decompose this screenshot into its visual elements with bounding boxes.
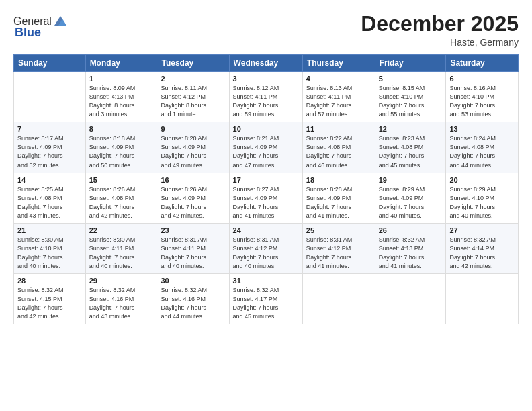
day-info: Sunrise: 8:12 AM Sunset: 4:11 PM Dayligh… bbox=[233, 84, 299, 119]
table-row bbox=[14, 72, 86, 122]
day-info: Sunrise: 8:23 AM Sunset: 4:08 PM Dayligh… bbox=[379, 134, 443, 169]
table-row: 20Sunrise: 8:29 AM Sunset: 4:10 PM Dayli… bbox=[446, 173, 519, 223]
table-row: 4Sunrise: 8:13 AM Sunset: 4:11 PM Daylig… bbox=[302, 72, 375, 122]
table-row: 5Sunrise: 8:15 AM Sunset: 4:10 PM Daylig… bbox=[375, 72, 446, 122]
day-info: Sunrise: 8:21 AM Sunset: 4:09 PM Dayligh… bbox=[233, 134, 299, 169]
day-number: 21 bbox=[17, 226, 82, 234]
day-info: Sunrise: 8:32 AM Sunset: 4:17 PM Dayligh… bbox=[233, 286, 299, 321]
day-info: Sunrise: 8:09 AM Sunset: 4:13 PM Dayligh… bbox=[89, 84, 154, 119]
day-number: 3 bbox=[233, 75, 299, 83]
table-row: 26Sunrise: 8:32 AM Sunset: 4:13 PM Dayli… bbox=[375, 223, 446, 273]
table-row: 11Sunrise: 8:22 AM Sunset: 4:08 PM Dayli… bbox=[302, 122, 375, 173]
day-number: 16 bbox=[161, 176, 225, 184]
day-info: Sunrise: 8:28 AM Sunset: 4:09 PM Dayligh… bbox=[306, 185, 371, 220]
day-number: 15 bbox=[89, 176, 154, 184]
day-number: 6 bbox=[449, 75, 515, 83]
day-number: 30 bbox=[161, 277, 225, 285]
day-number: 22 bbox=[89, 226, 154, 234]
col-monday: Monday bbox=[85, 55, 157, 72]
col-friday: Friday bbox=[375, 55, 446, 72]
day-info: Sunrise: 8:13 AM Sunset: 4:11 PM Dayligh… bbox=[306, 84, 371, 119]
table-row: 15Sunrise: 8:26 AM Sunset: 4:08 PM Dayli… bbox=[85, 173, 157, 223]
table-row: 23Sunrise: 8:31 AM Sunset: 4:11 PM Dayli… bbox=[157, 223, 229, 273]
day-number: 1 bbox=[89, 75, 154, 83]
table-row: 7Sunrise: 8:17 AM Sunset: 4:09 PM Daylig… bbox=[14, 122, 86, 173]
calendar-week-row: 7Sunrise: 8:17 AM Sunset: 4:09 PM Daylig… bbox=[14, 122, 519, 173]
day-number: 11 bbox=[306, 125, 371, 133]
logo-icon bbox=[53, 13, 68, 28]
day-number: 13 bbox=[449, 125, 515, 133]
day-info: Sunrise: 8:25 AM Sunset: 4:08 PM Dayligh… bbox=[17, 185, 82, 220]
table-row: 10Sunrise: 8:21 AM Sunset: 4:09 PM Dayli… bbox=[229, 122, 302, 173]
table-row: 18Sunrise: 8:28 AM Sunset: 4:09 PM Dayli… bbox=[302, 173, 375, 223]
day-number: 19 bbox=[379, 176, 443, 184]
table-row: 1Sunrise: 8:09 AM Sunset: 4:13 PM Daylig… bbox=[85, 72, 157, 122]
day-info: Sunrise: 8:22 AM Sunset: 4:08 PM Dayligh… bbox=[306, 134, 371, 169]
day-number: 4 bbox=[306, 75, 371, 83]
day-info: Sunrise: 8:31 AM Sunset: 4:11 PM Dayligh… bbox=[161, 236, 225, 271]
calendar-header-row: Sunday Monday Tuesday Wednesday Thursday… bbox=[14, 55, 519, 72]
location: Haste, Germany bbox=[361, 37, 519, 48]
table-row: 21Sunrise: 8:30 AM Sunset: 4:10 PM Dayli… bbox=[14, 223, 86, 273]
table-row: 2Sunrise: 8:11 AM Sunset: 4:12 PM Daylig… bbox=[157, 72, 229, 122]
day-number: 25 bbox=[306, 226, 371, 234]
table-row: 28Sunrise: 8:32 AM Sunset: 4:15 PM Dayli… bbox=[14, 273, 86, 324]
day-number: 31 bbox=[233, 277, 299, 285]
calendar-week-row: 28Sunrise: 8:32 AM Sunset: 4:15 PM Dayli… bbox=[14, 273, 519, 324]
table-row: 3Sunrise: 8:12 AM Sunset: 4:11 PM Daylig… bbox=[229, 72, 302, 122]
table-row: 22Sunrise: 8:30 AM Sunset: 4:11 PM Dayli… bbox=[85, 223, 157, 273]
header: General Blue December 2025 Haste, German… bbox=[13, 12, 519, 48]
day-info: Sunrise: 8:32 AM Sunset: 4:16 PM Dayligh… bbox=[89, 286, 154, 321]
day-number: 14 bbox=[17, 176, 82, 184]
day-info: Sunrise: 8:20 AM Sunset: 4:09 PM Dayligh… bbox=[161, 134, 225, 169]
table-row bbox=[302, 273, 375, 324]
day-number: 24 bbox=[233, 226, 299, 234]
day-info: Sunrise: 8:32 AM Sunset: 4:16 PM Dayligh… bbox=[161, 286, 225, 321]
title-block: December 2025 Haste, Germany bbox=[361, 12, 519, 48]
table-row: 12Sunrise: 8:23 AM Sunset: 4:08 PM Dayli… bbox=[375, 122, 446, 173]
day-number: 23 bbox=[161, 226, 225, 234]
day-info: Sunrise: 8:15 AM Sunset: 4:10 PM Dayligh… bbox=[379, 84, 443, 119]
day-info: Sunrise: 8:18 AM Sunset: 4:09 PM Dayligh… bbox=[89, 134, 154, 169]
table-row: 19Sunrise: 8:29 AM Sunset: 4:09 PM Dayli… bbox=[375, 173, 446, 223]
table-row: 30Sunrise: 8:32 AM Sunset: 4:16 PM Dayli… bbox=[157, 273, 229, 324]
calendar: Sunday Monday Tuesday Wednesday Thursday… bbox=[13, 54, 519, 324]
day-info: Sunrise: 8:26 AM Sunset: 4:08 PM Dayligh… bbox=[89, 185, 154, 220]
day-number: 20 bbox=[449, 176, 515, 184]
col-sunday: Sunday bbox=[14, 55, 86, 72]
day-number: 12 bbox=[379, 125, 443, 133]
table-row: 14Sunrise: 8:25 AM Sunset: 4:08 PM Dayli… bbox=[14, 173, 86, 223]
day-info: Sunrise: 8:30 AM Sunset: 4:10 PM Dayligh… bbox=[17, 236, 82, 271]
day-info: Sunrise: 8:17 AM Sunset: 4:09 PM Dayligh… bbox=[17, 134, 82, 169]
col-thursday: Thursday bbox=[302, 55, 375, 72]
table-row: 29Sunrise: 8:32 AM Sunset: 4:16 PM Dayli… bbox=[85, 273, 157, 324]
day-number: 27 bbox=[449, 226, 515, 234]
table-row: 25Sunrise: 8:31 AM Sunset: 4:12 PM Dayli… bbox=[302, 223, 375, 273]
day-number: 5 bbox=[379, 75, 443, 83]
table-row: 8Sunrise: 8:18 AM Sunset: 4:09 PM Daylig… bbox=[85, 122, 157, 173]
day-info: Sunrise: 8:30 AM Sunset: 4:11 PM Dayligh… bbox=[89, 236, 154, 271]
col-saturday: Saturday bbox=[446, 55, 519, 72]
calendar-week-row: 14Sunrise: 8:25 AM Sunset: 4:08 PM Dayli… bbox=[14, 173, 519, 223]
day-info: Sunrise: 8:26 AM Sunset: 4:09 PM Dayligh… bbox=[161, 185, 225, 220]
calendar-week-row: 21Sunrise: 8:30 AM Sunset: 4:10 PM Dayli… bbox=[14, 223, 519, 273]
table-row: 6Sunrise: 8:16 AM Sunset: 4:10 PM Daylig… bbox=[446, 72, 519, 122]
day-number: 28 bbox=[17, 277, 82, 285]
table-row bbox=[446, 273, 519, 324]
table-row: 31Sunrise: 8:32 AM Sunset: 4:17 PM Dayli… bbox=[229, 273, 302, 324]
day-number: 17 bbox=[233, 176, 299, 184]
day-info: Sunrise: 8:32 AM Sunset: 4:15 PM Dayligh… bbox=[17, 286, 82, 321]
col-tuesday: Tuesday bbox=[157, 55, 229, 72]
day-info: Sunrise: 8:24 AM Sunset: 4:08 PM Dayligh… bbox=[449, 134, 515, 169]
day-number: 10 bbox=[233, 125, 299, 133]
table-row: 13Sunrise: 8:24 AM Sunset: 4:08 PM Dayli… bbox=[446, 122, 519, 173]
day-info: Sunrise: 8:11 AM Sunset: 4:12 PM Dayligh… bbox=[161, 84, 225, 119]
table-row: 9Sunrise: 8:20 AM Sunset: 4:09 PM Daylig… bbox=[157, 122, 229, 173]
day-number: 29 bbox=[89, 277, 154, 285]
calendar-week-row: 1Sunrise: 8:09 AM Sunset: 4:13 PM Daylig… bbox=[14, 72, 519, 122]
day-number: 8 bbox=[89, 125, 154, 133]
table-row: 17Sunrise: 8:27 AM Sunset: 4:09 PM Dayli… bbox=[229, 173, 302, 223]
page: General Blue December 2025 Haste, German… bbox=[0, 0, 532, 411]
table-row bbox=[375, 273, 446, 324]
day-number: 26 bbox=[379, 226, 443, 234]
